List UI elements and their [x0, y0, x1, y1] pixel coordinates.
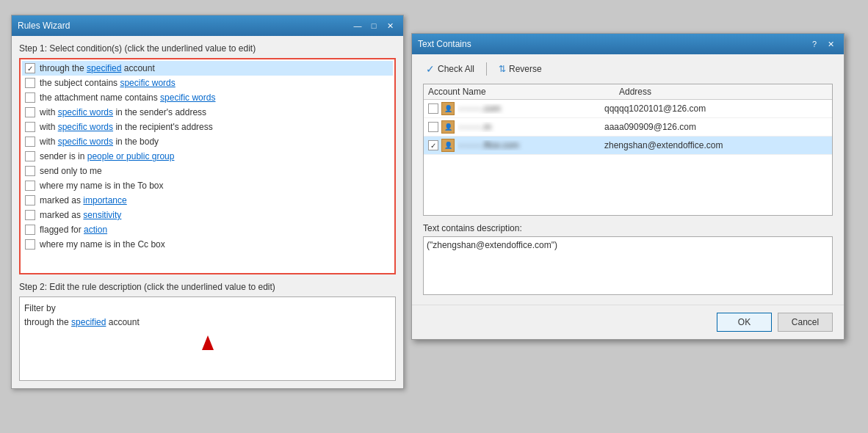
rules-wizard-close-btn[interactable]: ✕: [383, 19, 397, 32]
account-checkbox-2[interactable]: [428, 122, 438, 132]
toolbar-row: ✓ Check All ⇅ Reverse: [423, 62, 833, 76]
account-row-1[interactable]: 👤 ·-·-·-·-·.com qqqqq1020101@126.com: [424, 100, 832, 118]
condition-text-action: flagged for action: [40, 225, 107, 235]
rules-wizard-content: Step 1: Select condition(s) (click the u…: [12, 36, 403, 388]
rules-wizard-maximize-btn[interactable]: □: [366, 19, 381, 32]
account-name-2: ·-·-·-·-·.m: [457, 122, 604, 132]
text-contains-dialog: Text Contains ? ✕ ✓ Check All ⇅ Reverse …: [411, 33, 845, 340]
text-contains-close-btn[interactable]: ✕: [823, 37, 838, 51]
specific-words-link-body[interactable]: specific words: [58, 137, 113, 147]
condition-text-subject: the subject contains specific words: [40, 78, 176, 88]
rules-wizard-title: Rules Wizard: [18, 21, 70, 31]
condition-checkbox-recipient[interactable]: [25, 122, 35, 132]
action-link[interactable]: action: [84, 225, 107, 235]
condition-text-sender: with specific words in the sender's addr…: [40, 107, 206, 117]
description-specified-link[interactable]: specified: [71, 317, 106, 327]
account-row-2[interactable]: 👤 ·-·-·-·-·.m aaaa090909@126.com: [424, 118, 832, 137]
arrow-indicator: [24, 335, 391, 350]
condition-attachment-contains[interactable]: the attachment name contains specific wo…: [22, 90, 393, 105]
condition-to-box[interactable]: where my name is in the To box: [22, 178, 393, 193]
reverse-icon: ⇅: [499, 64, 506, 74]
dialog-buttons: OK Cancel: [412, 305, 844, 339]
condition-checkbox-cc-box[interactable]: [25, 239, 35, 250]
condition-text-recipient: with specific words in the recipient's a…: [40, 122, 213, 132]
specific-words-link-recipient[interactable]: specific words: [58, 122, 113, 132]
specified-account-link[interactable]: specified: [87, 63, 121, 73]
filter-by-text: Filter by: [24, 303, 56, 313]
conditions-list: through the specified account the subjec…: [19, 58, 396, 274]
condition-text-to-box: where my name is in the To box: [40, 181, 164, 191]
condition-checkbox-through-account[interactable]: [25, 63, 35, 73]
condition-people-group[interactable]: sender is in people or public group: [22, 149, 393, 164]
account-checkbox-1[interactable]: [428, 103, 438, 114]
text-contains-content: ✓ Check All ⇅ Reverse Account Name Addre…: [412, 54, 844, 305]
condition-importance[interactable]: marked as importance: [22, 193, 393, 208]
toolbar-separator: [486, 62, 487, 76]
desc-textarea[interactable]: [423, 236, 833, 295]
rules-wizard-minimize-btn[interactable]: —: [350, 19, 365, 32]
condition-subject-contains[interactable]: the subject contains specific words: [22, 76, 393, 90]
text-contains-help-btn[interactable]: ?: [807, 37, 822, 51]
condition-recipient-address[interactable]: with specific words in the recipient's a…: [22, 120, 393, 134]
condition-action[interactable]: flagged for action: [22, 222, 393, 237]
through-text: through the: [24, 317, 71, 327]
condition-text-cc-box: where my name is in the Cc box: [40, 239, 165, 250]
condition-sender-address[interactable]: with specific words in the sender's addr…: [22, 105, 393, 120]
specific-words-link-sender[interactable]: specific words: [58, 107, 113, 117]
condition-text-sensitivity: marked as sensitivity: [40, 210, 121, 220]
condition-text-people: sender is in people or public group: [40, 151, 174, 161]
step2-section: Step 2: Edit the rule description (click…: [19, 282, 396, 381]
table-header: Account Name Address: [424, 84, 832, 100]
account-text: account: [106, 317, 139, 327]
condition-checkbox-sensitivity[interactable]: [25, 210, 35, 220]
specific-words-link-subject[interactable]: specific words: [120, 78, 175, 88]
condition-checkbox-importance[interactable]: [25, 195, 35, 205]
condition-send-only-me[interactable]: send only to me: [22, 164, 393, 178]
description-box: Filter by through the specified account: [19, 296, 396, 381]
condition-checkbox-people[interactable]: [25, 151, 35, 161]
ok-button[interactable]: OK: [717, 313, 772, 332]
desc-label: Text contains description:: [423, 223, 833, 233]
condition-text-importance: marked as importance: [40, 195, 127, 205]
condition-checkbox-subject[interactable]: [25, 78, 35, 88]
condition-text-attachment: the attachment name contains specific wo…: [40, 92, 215, 103]
condition-text-through-account: through the specified account: [40, 63, 155, 73]
account-name-1: ·-·-·-·-·.com: [457, 103, 604, 114]
rules-wizard-titlebar: Rules Wizard — □ ✕: [12, 15, 403, 36]
condition-text-body: with specific words in the body: [40, 137, 159, 147]
sensitivity-link[interactable]: sensitivity: [83, 210, 121, 220]
up-arrow-icon: [202, 335, 214, 350]
condition-checkbox-sender[interactable]: [25, 107, 35, 117]
account-checkbox-3[interactable]: [428, 140, 438, 150]
condition-checkbox-action[interactable]: [25, 225, 35, 235]
check-all-label: Check All: [438, 64, 474, 74]
cancel-button[interactable]: Cancel: [778, 313, 833, 332]
account-row-3[interactable]: 👤 ·-·-·-·-·.ffice.com zhengshan@extendof…: [424, 137, 832, 155]
specific-words-link-attachment[interactable]: specific words: [160, 92, 215, 103]
importance-link[interactable]: importance: [83, 195, 126, 205]
condition-checkbox-send-only[interactable]: [25, 166, 35, 176]
account-icon-1: 👤: [441, 102, 455, 115]
condition-through-account[interactable]: through the specified account: [22, 61, 393, 76]
check-all-btn[interactable]: ✓ Check All: [423, 62, 477, 76]
reverse-btn[interactable]: ⇅ Reverse: [496, 62, 545, 76]
account-address-3: zhengshan@extendoffice.com: [604, 140, 828, 150]
account-icon-3: 👤: [441, 139, 455, 152]
check-all-icon: ✓: [426, 63, 435, 75]
condition-checkbox-attachment[interactable]: [25, 92, 35, 103]
account-address-2: aaaa090909@126.com: [604, 122, 828, 132]
people-group-link[interactable]: people or public group: [87, 151, 175, 161]
account-icon-2: 👤: [441, 120, 455, 134]
account-address-1: qqqqq1020101@126.com: [604, 103, 828, 114]
text-contains-titlebar: Text Contains ? ✕: [412, 34, 844, 54]
text-contains-title: Text Contains: [418, 39, 471, 49]
rules-wizard-window: Rules Wizard — □ ✕ Step 1: Select condit…: [11, 15, 404, 389]
condition-checkbox-body[interactable]: [25, 137, 35, 147]
condition-body-words[interactable]: with specific words in the body: [22, 134, 393, 149]
column-account-name: Account Name: [428, 87, 619, 97]
condition-checkbox-to-box[interactable]: [25, 181, 35, 191]
column-address: Address: [619, 87, 828, 97]
condition-cc-box[interactable]: where my name is in the Cc box: [22, 237, 393, 252]
accounts-table: Account Name Address 👤 ·-·-·-·-·.com qqq…: [423, 84, 833, 216]
condition-sensitivity[interactable]: marked as sensitivity: [22, 208, 393, 222]
